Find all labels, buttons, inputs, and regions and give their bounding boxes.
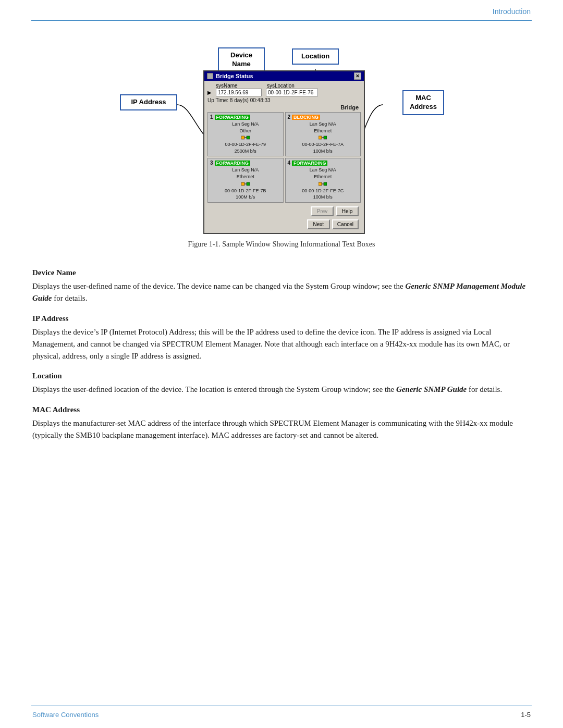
section-title-device-name: Device Name xyxy=(32,268,531,277)
window-titlebar: Bridge Status ✕ xyxy=(204,71,364,81)
bridge-status-window: Bridge Status ✕ sysName sysLocation ▶ 17… xyxy=(203,70,365,234)
figure-area: IP Address DeviceName Location MACAddres… xyxy=(32,38,531,260)
section-body-device-name: Displays the user-defined name of the de… xyxy=(32,280,531,305)
ip-value: 172.19.56.69 xyxy=(216,89,262,96)
port-4: 4 FORWARDING Lan Seg N/AEthernet xyxy=(285,158,361,202)
sysname-header: sysName xyxy=(216,83,263,89)
footer-right: 1-5 xyxy=(521,711,531,719)
mac-value: 00-00-1D-2F-FE-76 xyxy=(266,89,318,96)
svg-rect-7 xyxy=(247,182,250,186)
cancel-button[interactable]: Cancel xyxy=(332,219,359,229)
top-rule xyxy=(31,20,532,21)
figure-caption: Figure 1-1. Sample Window Showing Inform… xyxy=(188,240,375,249)
window-icon xyxy=(207,73,213,79)
section-body-mac-address: Displays the manufacturer-set MAC addres… xyxy=(32,417,531,442)
help-button[interactable]: Help xyxy=(336,206,359,216)
window-body: sysName sysLocation ▶ 172.19.56.69 00-00… xyxy=(204,81,364,233)
svg-rect-4 xyxy=(324,136,327,139)
section-label: Introduction xyxy=(493,7,531,16)
section-title-location: Location xyxy=(32,372,531,380)
bottom-rule xyxy=(31,706,532,706)
section-location: Location Displays the user-defined locat… xyxy=(32,372,531,396)
arrow-indicator: ▶ xyxy=(207,90,212,95)
window-footer-top: Prev Help xyxy=(207,205,361,218)
ports-grid: 1 FORWARDING Lan Seg N/AOther 0 xyxy=(207,112,361,203)
section-title-ip-address: IP Address xyxy=(32,314,531,323)
info-row: ▶ 172.19.56.69 00-00-1D-2F-FE-76 xyxy=(207,89,361,96)
port-3: 3 FORWARDING Lan Seg N/AEthernet xyxy=(207,158,284,202)
prev-button[interactable]: Prev xyxy=(311,206,334,216)
callout-location: Location xyxy=(292,48,339,65)
svg-rect-0 xyxy=(241,136,244,139)
section-body-ip-address: Displays the device’s IP (Internet Proto… xyxy=(32,326,531,363)
svg-rect-10 xyxy=(324,182,327,186)
footer-left: Software Conventions xyxy=(32,711,99,719)
syslocation-header: sysLocation xyxy=(267,83,319,89)
svg-rect-1 xyxy=(247,136,250,139)
window-footer-bottom: Next Cancel xyxy=(207,218,361,231)
section-body-location: Displays the user-defined location of th… xyxy=(32,384,531,396)
section-device-name: Device Name Displays the user-defined na… xyxy=(32,268,531,305)
callout-mac-address: MACAddress xyxy=(402,90,444,115)
section-title-mac-address: MAC Address xyxy=(32,405,531,414)
svg-rect-3 xyxy=(319,136,322,139)
section-ip-address: IP Address Displays the device’s IP (Int… xyxy=(32,314,531,363)
section-mac-address: MAC Address Displays the manufacturer-se… xyxy=(32,405,531,442)
next-button[interactable]: Next xyxy=(307,219,330,229)
field-headers: sysName sysLocation xyxy=(207,83,361,89)
svg-rect-9 xyxy=(319,182,322,186)
port-2: 2 BLOCKING Lan Seg N/AEthernet xyxy=(285,112,361,156)
close-button[interactable]: ✕ xyxy=(354,72,361,80)
callout-ip-address: IP Address xyxy=(120,94,177,110)
main-content: IP Address DeviceName Location MACAddres… xyxy=(32,29,531,697)
bridge-label: Bridge xyxy=(207,104,361,110)
svg-rect-6 xyxy=(241,182,244,186)
callout-device-name: DeviceName xyxy=(218,47,265,72)
uptime-row: Up Time: 8 day(s) 00:48:33 xyxy=(207,97,361,103)
diagram-wrapper: IP Address DeviceName Location MACAddres… xyxy=(115,38,448,236)
port-1: 1 FORWARDING Lan Seg N/AOther 0 xyxy=(207,112,284,156)
window-title: Bridge Status xyxy=(216,73,253,79)
